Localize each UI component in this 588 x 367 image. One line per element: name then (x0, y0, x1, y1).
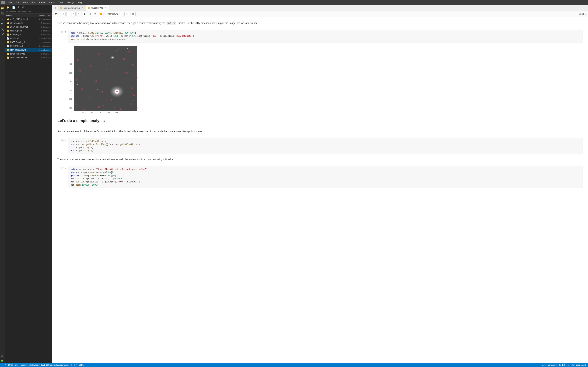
svg-point-36 (133, 100, 134, 100)
menu-view[interactable]: View (21, 1, 29, 4)
status-circle: ○ (2, 364, 3, 366)
svg-text:150: 150 (98, 111, 102, 113)
file-item-2017[interactable]: 📒 2017_tutorial.ipynb 5 days ago (5, 25, 52, 29)
file-name-cluster: cluster.ipynb (10, 30, 31, 32)
sidebar-tools-btn[interactable]: 🔧 (0, 27, 4, 31)
file-icon-license: 📄 (6, 37, 9, 40)
file-time-stargalaxy: 6 minutes ago (31, 49, 51, 51)
stop-btn[interactable]: ■ (88, 12, 92, 16)
svg-point-28 (77, 84, 78, 85)
status-mode: Mode: Command (542, 364, 556, 366)
svg-point-23 (123, 72, 124, 73)
nb-right: LSST ○ (579, 13, 587, 15)
svg-point-42 (137, 105, 137, 105)
menu-tabs[interactable]: Tabs (57, 1, 65, 4)
add-cell-btn[interactable]: + (62, 12, 66, 16)
file-item-aas[interactable]: 📁 AAS_2019_tutorial 4 months ago (5, 17, 52, 21)
file-name-2017: 2017_tutorial.ipynb (10, 26, 31, 28)
col-name-header[interactable]: Name (6, 14, 31, 17)
tab-stargalaxy-close[interactable]: ✕ (81, 7, 84, 9)
run-btn[interactable]: ▶ (83, 12, 87, 16)
menu-kernel[interactable]: Kernel (37, 1, 47, 4)
intro-text: First we construct a bounding box for a … (57, 20, 583, 27)
section-intro-cell: First calculate the ratio of the model f… (57, 129, 583, 135)
upload-btn[interactable]: ⬆ (17, 6, 20, 9)
svg-point-43 (110, 56, 115, 59)
nb-content[interactable]: First we construct a bounding box for a … (52, 17, 588, 363)
file-item-efd[interactable]: 📁 efd_examples 5 days ago (5, 21, 52, 25)
svg-point-10 (89, 50, 89, 50)
svg-point-17 (136, 59, 137, 60)
file-name-firefly: Firefly.ipynb (10, 33, 31, 36)
sidebar-ext-btn[interactable]: 🧩 (0, 359, 4, 363)
file-icon-efd: 📁 (6, 22, 9, 25)
file-item-wisecolor[interactable]: 📒 wise_color_color.i... 5 days ago (5, 56, 52, 60)
svg-text:50: 50 (82, 111, 84, 113)
cell-type-select[interactable]: Markdown Code Raw (106, 12, 122, 16)
tab-stargalaxy[interactable]: 📒 star_galaxy.ipynb ✕ (58, 5, 86, 11)
col-modified-header[interactable]: Last Modified (31, 14, 51, 17)
file-icon-firefly: 📒 (6, 33, 9, 36)
save-btn[interactable]: 💾 (53, 12, 59, 16)
menu-settings[interactable]: Settings (65, 1, 76, 4)
file-item-firefly[interactable]: 📒 Firefly.ipynb 5 days ago (5, 33, 52, 36)
sidebar-files-btn[interactable]: 📁 (0, 6, 4, 10)
new-folder-btn[interactable]: 📁 (6, 6, 10, 9)
svg-point-26 (92, 80, 93, 80)
svg-text:300: 300 (69, 98, 72, 100)
sidebar-list-btn[interactable]: ☰ (0, 354, 4, 358)
copy-btn[interactable]: ⎘ (72, 12, 76, 16)
file-item-readme[interactable]: 📄 README.md 4 months ago (5, 44, 52, 48)
menu-edit[interactable]: Edit (14, 1, 21, 4)
extendedness-text: The stack provides a measurement for ext… (57, 157, 583, 163)
paste-btn[interactable]: ⎗ (76, 12, 80, 16)
cell-5-code[interactable]: bbox = Box2I(Point2I(1350, 1200), Extent… (68, 30, 583, 42)
cut-btn[interactable]: ✂ (66, 12, 71, 16)
sidebar-search-btn[interactable]: 🔍 (0, 22, 4, 26)
file-item-license[interactable]: 📄 LICENSE 4 months ago (5, 36, 52, 40)
file-time-firefly: 5 days ago (31, 33, 51, 36)
file-item-lsst[interactable]: 📒 LSST Catalog Acc... 5 days ago (5, 40, 52, 44)
restart-btn[interactable]: ↺ (93, 12, 97, 16)
sidebar-status-btn[interactable]: ● (0, 33, 4, 36)
cell-6: [6]: x = sources.getPsfInstFlux() y = so… (57, 138, 583, 154)
cell-7-label: [7]: (57, 166, 66, 188)
tab-cluster-icon: 📒 (88, 7, 90, 9)
file-name-wisecolor: wise_color_color.i... (10, 57, 31, 59)
cell-7: [7]: extend = sources.get('base_Classifi… (57, 166, 583, 188)
file-item-tokeninfo[interactable]: 📒 token-info.ipynb 5 days ago (5, 52, 52, 56)
file-item-cluster[interactable]: 📒 cluster.ipynb 5 days ago (5, 29, 52, 33)
file-name-aas: AAS_2019_tutorial (10, 18, 31, 20)
menu-rubin[interactable]: Rubin (47, 1, 56, 4)
svg-point-29 (129, 85, 129, 86)
ff-btn[interactable]: ⏩ (98, 12, 104, 16)
tab-add-btn[interactable]: + (53, 7, 58, 10)
svg-text:350: 350 (131, 111, 134, 113)
cell-6-code[interactable]: x = sources.getPsfInstFlux() y = sources… (68, 138, 583, 154)
menu-help[interactable]: Help (77, 1, 84, 4)
git-btn[interactable]: git (130, 12, 136, 16)
status-right: Mode: Command Ln 1, Col 1 star_galaxy.ip… (542, 364, 586, 366)
cell-5-input: [5]: bbox = Box2I(Point2I(1350, 1200), E… (57, 30, 583, 42)
menu-bar: File Edit View Run Kernel Rubin Tabs Set… (0, 0, 588, 5)
svg-text:250: 250 (115, 111, 118, 113)
sidebar-git-btn[interactable]: ⑂ (0, 17, 4, 21)
tab-cluster[interactable]: 📒 cluster.ipynb ✕ (86, 5, 109, 11)
refresh-btn[interactable]: ↺ (21, 6, 25, 9)
cell-7-code[interactable]: extend = sources.get('base_Classificatio… (68, 166, 583, 188)
file-icon-readme: 📄 (6, 45, 9, 48)
file-list: 📁 AAS_2019_tutorial 4 months ago 📁 efd_e… (5, 17, 52, 363)
new-file-btn[interactable]: 📄 (11, 6, 16, 9)
svg-point-30 (97, 90, 98, 90)
menu-run[interactable]: Run (30, 1, 37, 4)
menu-file[interactable]: File (7, 1, 13, 4)
file-icon-wisecolor: 📒 (6, 56, 9, 59)
file-item-stargalaxy[interactable]: 📒 star_galaxy.ipynb 6 minutes ago (5, 48, 52, 52)
sidebar-run-btn[interactable]: ⬛ (0, 12, 4, 15)
extendedness-cell: The stack provides a measurement for ext… (57, 157, 583, 163)
svg-point-31 (137, 92, 137, 92)
tab-stargalaxy-label: star_galaxy.ipynb (63, 7, 80, 9)
tab-cluster-close[interactable]: ✕ (104, 7, 107, 9)
time-btn[interactable]: 🕐 (124, 12, 130, 16)
svg-text:100: 100 (90, 111, 93, 113)
